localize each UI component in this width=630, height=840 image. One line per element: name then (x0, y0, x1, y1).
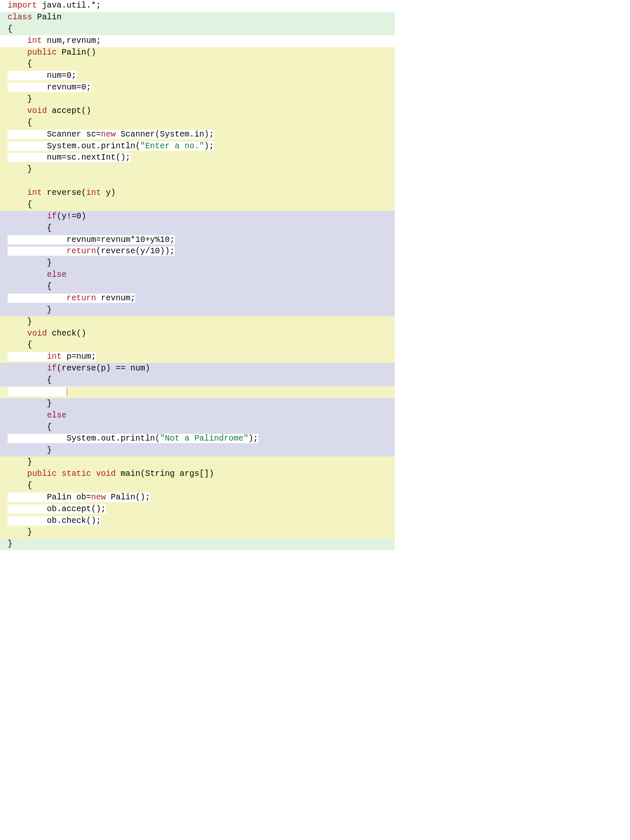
code-line: } (0, 445, 395, 457)
code-line: System.out.println("Enter a no."); (0, 141, 395, 152)
code-text: num=sc.nextInt(); (8, 153, 131, 162)
keyword-void: void (96, 469, 116, 478)
keyword-class: class (8, 13, 32, 22)
code-text: num,revnum; (42, 36, 101, 45)
code-text: check() (47, 329, 87, 338)
code-editor[interactable]: import java.util.*; class Palin { int nu… (0, 0, 395, 550)
code-line: else (0, 410, 395, 422)
code-line: { (0, 375, 395, 386)
keyword-import: import (8, 1, 37, 10)
text-cursor (67, 388, 67, 396)
keyword-public: public (27, 48, 57, 57)
code-text: Palin ob= (47, 493, 91, 502)
keyword-return: return (66, 247, 96, 256)
code-line: public static void main(String args[]) (0, 468, 395, 480)
code-line: ob.check(); (0, 515, 395, 527)
code-line: System.out.println("Not a Palindrome"); (0, 433, 395, 445)
code-line: { (0, 223, 395, 234)
code-text: } (8, 305, 52, 315)
code-text: { (8, 481, 32, 490)
code-text: (reverse(p) == num) (57, 364, 150, 373)
code-text: y) (101, 188, 116, 197)
code-line: { (0, 24, 395, 35)
code-text: ); (204, 142, 214, 151)
code-text: revnum=0; (8, 83, 91, 92)
keyword-if: if (47, 364, 57, 373)
code-text: main(String args[]) (116, 469, 214, 478)
code-line: } (0, 538, 395, 550)
keyword-else: else (47, 411, 67, 420)
code-text: Scanner sc= (47, 130, 101, 139)
code-line: else (0, 269, 395, 281)
code-line (0, 176, 395, 187)
code-text: { (8, 59, 32, 68)
code-line: Scanner sc=new Scanner(System.in); (0, 129, 395, 141)
code-line: { (0, 480, 395, 492)
code-text: ); (248, 434, 258, 443)
keyword-return: return (66, 294, 96, 303)
code-line: } (0, 398, 395, 410)
code-text: Palin(); (106, 493, 150, 502)
code-text: { (8, 200, 32, 209)
keyword-int: int (47, 352, 62, 361)
keyword-int: int (86, 188, 101, 197)
code-text: { (8, 118, 32, 127)
code-line: { (0, 199, 395, 211)
code-line: ob.accept(); (0, 504, 395, 515)
code-text: revnum=revnum*10+y%10; (8, 235, 175, 244)
code-text: Palin() (57, 48, 96, 57)
code-line: { (0, 281, 395, 293)
code-line: if(reverse(p) == num) (0, 363, 395, 375)
code-text: { (8, 282, 52, 291)
code-line: } (0, 94, 395, 105)
code-text: { (8, 340, 32, 349)
code-line: { (0, 339, 395, 351)
code-line: num=sc.nextInt(); (0, 152, 395, 164)
code-text: } (8, 457, 32, 467)
code-text (8, 176, 27, 186)
code-line: } (0, 257, 395, 269)
code-text: System.out.println( (47, 142, 140, 151)
code-line: num=0; (0, 70, 395, 82)
code-text: { (8, 375, 52, 385)
keyword-if: if (47, 212, 57, 221)
code-text: { (8, 223, 52, 233)
string-literal: "Not a Palindrome" (160, 434, 249, 443)
code-text: ob.accept(); (8, 504, 106, 514)
code-line: { (0, 117, 395, 129)
code-text: } (8, 539, 13, 549)
code-line: import java.util.*; (0, 0, 395, 12)
code-line: } (0, 457, 395, 468)
code-line: public Palin() (0, 47, 395, 59)
code-line (0, 386, 395, 398)
code-line: int num,revnum; (0, 35, 395, 47)
code-line: return revnum; (0, 293, 395, 304)
code-text: } (8, 399, 52, 408)
code-line: void accept() (0, 105, 395, 117)
code-line: Palin ob=new Palin(); (0, 492, 395, 504)
code-text: } (8, 528, 32, 537)
code-line: } (0, 316, 395, 328)
keyword-new: new (101, 130, 116, 139)
code-text: p=num; (62, 352, 96, 361)
keyword-int: int (27, 36, 42, 45)
code-line: return(reverse(y/10)); (0, 246, 395, 257)
code-text: } (8, 317, 32, 326)
code-text: Scanner(System.in); (116, 130, 214, 139)
code-line: class Palin (0, 12, 395, 24)
code-text: } (8, 446, 52, 455)
code-text: ob.check(); (8, 516, 101, 525)
code-text: revnum; (96, 294, 136, 303)
code-line: int p=num; (0, 351, 395, 363)
code-line: revnum=0; (0, 82, 395, 94)
code-line: } (0, 304, 395, 316)
code-text: Palin (32, 13, 62, 22)
code-text: { (8, 24, 13, 34)
code-text: } (8, 165, 32, 174)
code-text: num=0; (8, 71, 76, 80)
code-line: if(y!=0) (0, 211, 395, 223)
code-text (8, 387, 66, 396)
code-text: System.out.println( (66, 434, 160, 443)
code-text: java.util.*; (37, 1, 101, 10)
code-text: } (8, 94, 32, 104)
